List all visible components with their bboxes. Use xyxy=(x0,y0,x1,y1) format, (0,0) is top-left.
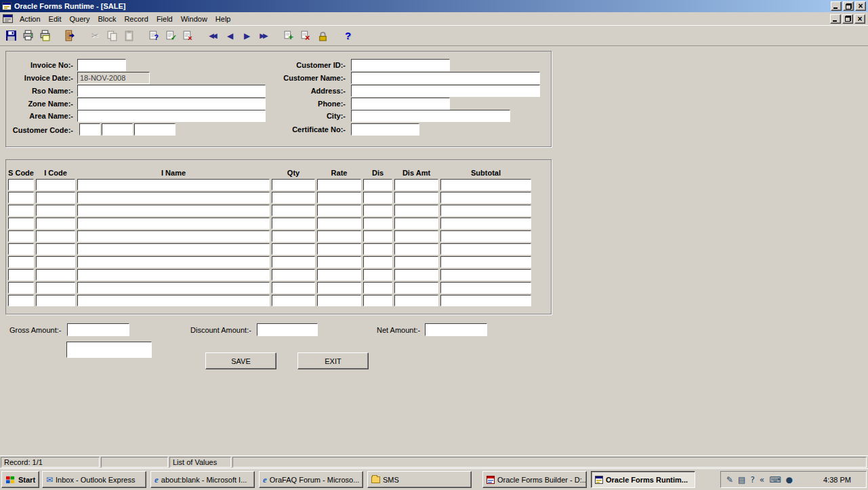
menu-field[interactable]: Field xyxy=(152,14,177,24)
grid-cell-rate[interactable] xyxy=(317,192,361,203)
discount-amount-input[interactable] xyxy=(257,323,318,336)
grid-cell-dis[interactable] xyxy=(363,230,392,242)
grid-cell-qty[interactable] xyxy=(272,295,315,306)
previous-block-icon[interactable]: ◀◀ xyxy=(205,27,222,45)
address-input[interactable] xyxy=(351,85,540,97)
grid-cell-rate[interactable] xyxy=(317,230,361,242)
grid-cell-i-code[interactable] xyxy=(36,282,75,293)
grid-cell-s-code[interactable] xyxy=(8,205,34,216)
grid-cell-i-name[interactable] xyxy=(77,230,270,242)
certificate-no-input[interactable] xyxy=(351,123,419,136)
grid-cell-rate[interactable] xyxy=(317,269,361,281)
taskbar-item-orafaq-forum[interactable]: e OraFAQ Forum - Microso... xyxy=(259,471,363,488)
grid-cell-subtotal[interactable] xyxy=(440,205,531,216)
customer-name-input[interactable] xyxy=(351,72,540,84)
grid-cell-i-code[interactable] xyxy=(36,179,75,190)
grid-cell-i-code[interactable] xyxy=(36,192,75,203)
grid-cell-s-code[interactable] xyxy=(8,218,34,229)
grid-cell-dis-amt[interactable] xyxy=(394,192,438,203)
grid-cell-i-code[interactable] xyxy=(36,205,75,216)
grid-cell-qty[interactable] xyxy=(272,179,315,190)
taskbar-item-outlook-express[interactable]: ✉ Inbox - Outlook Express xyxy=(42,471,146,488)
help-icon[interactable]: ? xyxy=(339,27,356,45)
grid-cell-i-name[interactable] xyxy=(77,295,270,306)
menu-edit[interactable]: Edit xyxy=(45,14,66,24)
grid-cell-dis[interactable] xyxy=(363,205,392,216)
save-button[interactable]: SAVE xyxy=(205,352,276,369)
grid-cell-subtotal[interactable] xyxy=(440,218,531,229)
grid-cell-dis[interactable] xyxy=(363,256,392,268)
menu-record[interactable]: Record xyxy=(120,14,152,24)
grid-cell-subtotal[interactable] xyxy=(440,295,531,306)
grid-cell-dis-amt[interactable] xyxy=(394,256,438,268)
display-icon[interactable]: ▤ xyxy=(738,476,745,484)
grid-cell-qty[interactable] xyxy=(272,205,315,216)
grid-cell-i-code[interactable] xyxy=(36,230,75,242)
minimize-button[interactable] xyxy=(831,1,842,11)
zone-name-input[interactable] xyxy=(77,98,266,110)
enter-query-icon[interactable]: ? xyxy=(146,27,163,45)
copy-icon[interactable] xyxy=(104,27,121,45)
grid-cell-s-code[interactable] xyxy=(8,179,34,190)
customer-code-input-3[interactable] xyxy=(134,123,175,136)
insert-record-icon[interactable]: + xyxy=(281,27,297,45)
gross-amount-input[interactable] xyxy=(67,323,129,336)
customer-id-input[interactable] xyxy=(351,59,450,71)
grid-cell-i-code[interactable] xyxy=(36,218,75,229)
lock-record-icon[interactable] xyxy=(314,27,331,45)
grid-cell-qty[interactable] xyxy=(272,218,315,229)
customer-code-input-2[interactable] xyxy=(102,123,133,136)
grid-cell-dis[interactable] xyxy=(363,192,392,203)
net-amount-input[interactable] xyxy=(425,323,487,336)
start-button[interactable]: Start xyxy=(1,471,39,488)
grid-cell-subtotal[interactable] xyxy=(440,243,531,255)
grid-cell-dis-amt[interactable] xyxy=(394,179,438,190)
grid-cell-qty[interactable] xyxy=(272,243,315,255)
grid-cell-rate[interactable] xyxy=(317,295,361,306)
grid-cell-dis[interactable] xyxy=(363,269,392,281)
grid-cell-dis-amt[interactable] xyxy=(394,269,438,281)
keyboard-icon[interactable]: ⌨ xyxy=(769,476,781,484)
grid-cell-dis[interactable] xyxy=(363,218,392,229)
next-block-icon[interactable]: ▶▶ xyxy=(255,27,272,45)
grid-cell-subtotal[interactable] xyxy=(440,192,531,203)
grid-cell-dis-amt[interactable] xyxy=(394,218,438,229)
grid-cell-qty[interactable] xyxy=(272,269,315,281)
grid-cell-qty[interactable] xyxy=(272,282,315,293)
grid-cell-i-name[interactable] xyxy=(77,218,270,229)
grid-cell-s-code[interactable] xyxy=(8,192,34,203)
mdi-restore-button[interactable] xyxy=(842,14,853,24)
grid-cell-dis[interactable] xyxy=(363,282,392,293)
grid-cell-s-code[interactable] xyxy=(8,256,34,268)
grid-cell-i-code[interactable] xyxy=(36,243,75,255)
invoice-date-input[interactable] xyxy=(77,72,150,84)
print-setup-icon[interactable] xyxy=(37,27,54,45)
grid-cell-qty[interactable] xyxy=(272,192,315,203)
grid-cell-dis[interactable] xyxy=(363,179,392,190)
grid-cell-subtotal[interactable] xyxy=(440,256,531,268)
grid-cell-s-code[interactable] xyxy=(8,295,34,306)
pen-icon[interactable]: ✎ xyxy=(726,476,733,484)
grid-cell-i-name[interactable] xyxy=(77,205,270,216)
next-record-icon[interactable]: ▶ xyxy=(239,27,255,45)
exit-button[interactable]: EXIT xyxy=(297,352,369,369)
grid-cell-dis-amt[interactable] xyxy=(394,243,438,255)
grid-cell-dis-amt[interactable] xyxy=(394,230,438,242)
grid-cell-dis[interactable] xyxy=(363,295,392,306)
grid-cell-dis-amt[interactable] xyxy=(394,282,438,293)
collapse-chevron-icon[interactable]: « xyxy=(760,476,764,484)
restore-button[interactable] xyxy=(843,1,854,11)
customer-code-input-1[interactable] xyxy=(79,123,100,136)
mdi-close-button[interactable] xyxy=(854,14,865,24)
grid-cell-s-code[interactable] xyxy=(8,269,34,281)
grid-cell-i-name[interactable] xyxy=(77,282,270,293)
grid-cell-i-name[interactable] xyxy=(77,269,270,281)
grid-cell-i-code[interactable] xyxy=(36,295,75,306)
grid-cell-rate[interactable] xyxy=(317,243,361,255)
remove-record-icon[interactable]: × xyxy=(297,27,314,45)
area-name-input[interactable] xyxy=(77,110,266,122)
grid-cell-dis-amt[interactable] xyxy=(394,295,438,306)
grid-cell-rate[interactable] xyxy=(317,205,361,216)
paste-icon[interactable] xyxy=(121,27,138,45)
city-input[interactable] xyxy=(351,110,510,122)
